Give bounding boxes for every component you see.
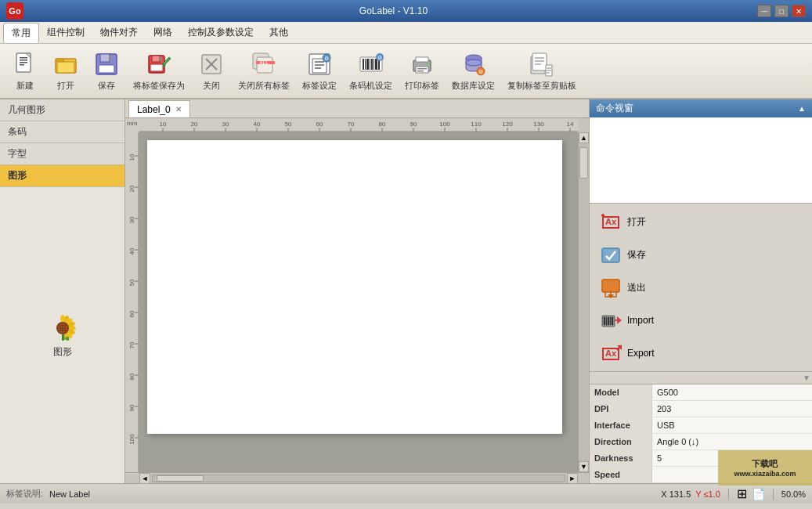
svg-point-69 (60, 327, 61, 329)
barcode-settings-button[interactable]: ⚙ 条码机设定 (345, 47, 397, 95)
db-settings-label: 数据库设定 (452, 80, 495, 92)
minimize-button[interactable]: ─ (757, 5, 771, 17)
graphic-item[interactable]: 图形 (42, 308, 83, 363)
svg-text:80: 80 (128, 373, 135, 380)
menu-item-control[interactable]: 控制及参数设定 (180, 23, 262, 42)
save-label: 保存 (98, 80, 115, 92)
close-button[interactable]: 关闭 (193, 47, 230, 95)
cmd-import-button[interactable]: Import (593, 305, 809, 335)
svg-text:70: 70 (348, 121, 355, 128)
copy-clipboard-label: 复制标签至剪贴板 (507, 80, 576, 92)
open-button[interactable]: 打开 (47, 47, 85, 95)
svg-rect-137 (610, 317, 611, 325)
vscroll-track[interactable] (579, 143, 589, 461)
cmd-open-label: 打开 (627, 215, 646, 229)
status-coords-x: X 131.5 (661, 489, 691, 499)
cmd-scroll-up-icon: ▲ (798, 104, 806, 113)
label-settings-button[interactable]: ⚙ 标签设定 (298, 47, 341, 95)
vscroll-thumb[interactable] (579, 147, 588, 179)
cmd-send-button[interactable]: 送出 (593, 273, 809, 302)
menu-item-network[interactable]: 网络 (146, 23, 180, 42)
print-button[interactable]: 打印标签 (400, 47, 444, 95)
svg-text:ALL: ALL (259, 60, 269, 65)
canvas-tab-label0[interactable]: Label_0 ✕ (128, 100, 190, 117)
menu-item-common[interactable]: 常用 (3, 23, 39, 43)
svg-text:120: 120 (502, 121, 513, 128)
db-settings-button[interactable]: ⚙ 数据库设定 (447, 47, 500, 95)
hscroll-left[interactable]: ◄ (139, 473, 150, 484)
status-doc-icon[interactable]: 📄 (752, 488, 765, 500)
svg-rect-16 (150, 64, 163, 71)
ruler-corner: mm (125, 118, 139, 132)
svg-rect-42 (416, 57, 428, 62)
cmd-window-body (590, 117, 812, 203)
cmd-open-button[interactable]: Ax 打开 (593, 207, 809, 236)
svg-rect-1 (20, 57, 27, 59)
svg-rect-31 (363, 59, 364, 70)
svg-point-74 (64, 330, 66, 331)
statusbar: 标签说明: New Label X 131.5 Y ≤1.0 ⊞ 📄 50.0% (0, 483, 812, 504)
status-label-value: New Label (49, 489, 90, 499)
tab-graphic[interactable]: 图形 (0, 165, 125, 187)
svg-text:60: 60 (128, 310, 135, 317)
cmd-export-button[interactable]: Ax Export (593, 338, 809, 368)
svg-text:30: 30 (128, 216, 135, 223)
tab-barcode[interactable]: 条码 (0, 121, 125, 143)
svg-point-67 (62, 325, 63, 327)
panel-content: 图形 (0, 187, 125, 483)
vscroll-down[interactable]: ▼ (579, 461, 589, 472)
svg-rect-130 (602, 248, 619, 262)
svg-rect-12 (99, 65, 114, 73)
save-as-label: 将标签保存为 (133, 80, 185, 92)
ruler-h-svg: 10 20 30 40 50 60 70 (139, 118, 578, 132)
statusbar-right: X 131.5 Y ≤1.0 ⊞ 📄 50.0% (661, 486, 806, 501)
svg-point-73 (62, 330, 63, 331)
menu-item-align[interactable]: 物件对齐 (92, 23, 146, 42)
cmd-import-label: Import (627, 315, 654, 326)
cmd-save-button[interactable]: 保存 (593, 240, 809, 269)
status-grid-icon[interactable]: ⊞ (737, 486, 747, 501)
barcode-settings-label: 条码机设定 (349, 80, 392, 92)
tab-geometry[interactable]: 几何图形 (0, 99, 125, 121)
canvas-wrapper: mm 10 20 30 (125, 118, 589, 483)
maximize-button[interactable]: □ (774, 5, 789, 17)
svg-text:Ax: Ax (605, 217, 617, 226)
svg-point-68 (64, 325, 66, 327)
canvas-tab-close[interactable]: ✕ (175, 105, 182, 114)
barcode-settings-icon: ⚙ (357, 50, 385, 78)
new-button[interactable]: 新建 (6, 47, 44, 95)
menu-item-other[interactable]: 其他 (262, 23, 296, 42)
vscrollbar[interactable]: ▲ ▼ (578, 132, 589, 472)
save-button[interactable]: 保存 (88, 47, 125, 95)
svg-rect-27 (315, 67, 321, 69)
svg-text:110: 110 (471, 121, 482, 128)
svg-text:60: 60 (316, 121, 323, 128)
canvas-content[interactable] (139, 132, 578, 472)
new-icon (11, 50, 39, 78)
titlebar: Go GoLabel - V1.10 ─ □ ✕ (0, 0, 812, 22)
close-button[interactable]: ✕ (792, 5, 806, 17)
svg-rect-15 (160, 56, 162, 61)
svg-text:10: 10 (128, 153, 135, 161)
vscroll-up[interactable]: ▲ (579, 132, 589, 143)
svg-rect-131 (602, 280, 619, 292)
svg-text:⚙: ⚙ (478, 69, 483, 74)
svg-text:70: 70 (128, 341, 135, 348)
hscroll-right[interactable]: ► (567, 473, 578, 484)
app-title: GoLabel - V1.10 (30, 5, 757, 16)
svg-rect-43 (416, 67, 428, 73)
svg-rect-75 (62, 334, 64, 341)
hscroll-track[interactable] (152, 475, 565, 482)
main-area: 几何图形 条码 字型 图形 (0, 99, 812, 483)
menu-item-component[interactable]: 组件控制 (39, 23, 92, 42)
close-all-button[interactable]: ALL 关闭所有标签 (233, 47, 294, 95)
copy-clipboard-button[interactable]: 复制标签至剪贴板 (503, 47, 581, 95)
save-as-button[interactable]: 将标签保存为 (128, 47, 189, 95)
close-label: 关闭 (203, 80, 220, 92)
svg-rect-21 (257, 57, 272, 73)
cmd-window-title: 命令视窗 (596, 102, 633, 115)
svg-text:90: 90 (128, 404, 135, 411)
hscroll-thumb[interactable] (157, 475, 204, 482)
tab-font[interactable]: 字型 (0, 143, 125, 165)
svg-point-48 (466, 60, 482, 66)
